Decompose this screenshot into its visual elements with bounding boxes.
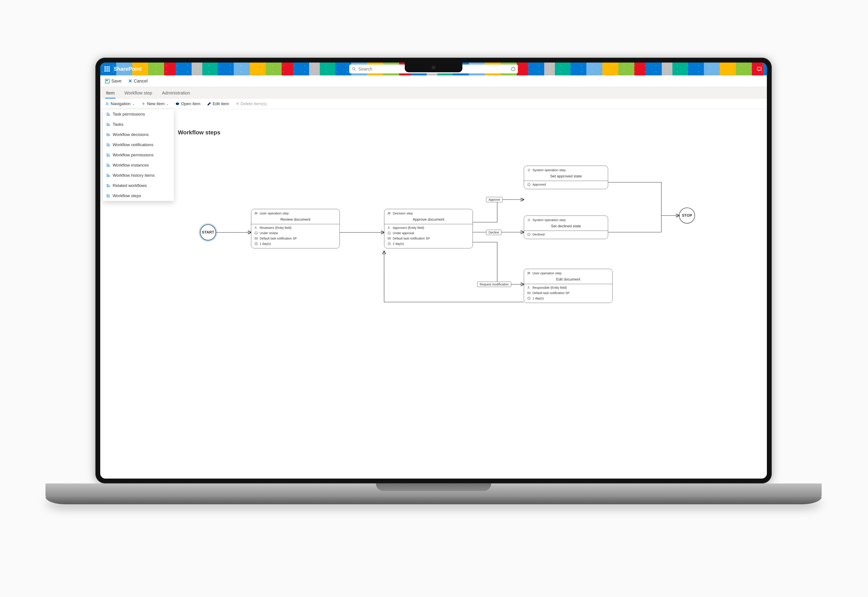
info-icon [527,233,531,236]
navigation-icon [105,102,109,106]
app-launcher-icon[interactable] [104,65,110,72]
node-duration: 1 day(s) [260,242,271,245]
save-button[interactable]: Save [105,79,122,84]
node-state: Declined [533,233,545,236]
nav-item-related-workflows[interactable]: Related workflows [103,181,174,191]
save-icon [105,79,110,83]
node-actor: Reviewers (Entity field) [260,226,291,230]
list-icon [107,144,110,146]
plus-icon [141,102,145,106]
stop-node[interactable]: STOP [679,208,695,224]
navigation-menu: Task permissions Tasks Workflow decision… [103,109,174,201]
nav-item-tasks[interactable]: Tasks [103,119,174,129]
workspace: Workflow steps [100,109,767,478]
nav-item-workflow-history-items[interactable]: Workflow history items [103,170,174,181]
workflow-connectors [100,109,767,478]
chevron-down-icon: ⌄ [166,102,169,105]
node-title: Set declined state [524,223,608,229]
svg-point-14 [257,212,257,213]
nav-item-label: Workflow decisions [113,132,148,137]
nav-item-workflow-notifications[interactable]: Workflow notifications [103,140,174,150]
nav-item-label: Workflow notifications [113,143,153,147]
edge-label-request-modification[interactable]: Request modification [477,282,511,287]
svg-point-0 [352,67,355,70]
node-actor: Responsible (Entity field) [533,286,567,290]
nav-item-label: Tasks [113,122,123,127]
start-node[interactable]: START [200,224,216,241]
form-action-bar: Save ✕ Cancel [100,76,767,87]
nav-item-task-permissions[interactable]: Task permissions [103,109,174,119]
nav-item-workflow-decisions[interactable]: Workflow decisions [103,129,174,140]
people-icon [387,226,391,230]
svg-point-23 [388,227,389,227]
tab-strip: Item Workflow step Administration [100,87,767,98]
search-icon [352,67,356,71]
svg-point-37 [528,272,529,273]
people-icon [254,226,258,230]
delete-items-label: Delete item(s) [240,101,267,106]
edge-label-decline[interactable]: Decline [486,230,502,235]
node-type-label: Decision step [393,211,413,215]
node-title: Review document [251,216,340,222]
cancel-button[interactable]: ✕ Cancel [128,79,148,84]
edit-item-button[interactable]: Edit item [207,101,229,106]
workflow-canvas[interactable]: START User operation step Review documen… [100,109,767,478]
pencil-icon [207,102,211,106]
stop-label: STOP [682,213,692,218]
tab-workflow-step-label: Workflow step [125,91,152,95]
nav-item-label: Related workflows [113,183,147,188]
svg-rect-2 [757,67,761,70]
node-set-declined-state[interactable]: System operation step Set declined state… [524,215,608,239]
node-duration: 2 day(s) [393,242,404,245]
nav-item-label: Workflow permissions [113,153,153,157]
people-icon [527,286,531,290]
laptop-base [95,483,772,504]
node-type-label: System operation step [533,168,565,172]
svg-point-22 [389,212,390,213]
open-item-button[interactable]: Open item [175,101,200,106]
svg-rect-40 [528,292,530,294]
node-notification: Default task notification SP [260,237,297,240]
list-icon [107,154,110,156]
node-type-label: System operation step [533,218,565,222]
navigation-label: Navigation [111,101,131,106]
node-set-approved-state[interactable]: System operation step Set approved state… [524,166,608,189]
tab-workflow-step[interactable]: Workflow step [123,88,153,98]
svg-point-8 [177,103,178,104]
node-title: Set approved state [524,173,608,179]
tab-administration[interactable]: Administration [161,88,191,98]
eye-icon [175,102,180,106]
tab-item[interactable]: Item [105,88,116,98]
microphone-icon[interactable] [511,67,515,71]
node-edit-document[interactable]: User operation step Edit document Respon… [524,269,613,303]
list-icon [107,184,110,187]
open-item-label: Open item [181,101,200,106]
node-duration: 1 day(s) [533,297,544,300]
info-icon [254,231,258,235]
list-icon [107,195,110,197]
chevron-down-icon: ⌄ [132,102,135,105]
svg-rect-27 [388,238,390,239]
nav-item-workflow-instances[interactable]: Workflow instances [103,160,174,170]
node-state: Approved [533,183,546,186]
info-icon [527,183,531,186]
svg-point-38 [529,272,530,273]
info-icon [387,231,391,235]
delete-items-button: ✕ Delete item(s) [236,101,267,106]
mail-icon [387,237,391,240]
edge-label-approve[interactable]: Approve [486,197,503,202]
tab-item-label: Item [106,91,115,95]
node-review-document[interactable]: User operation step Review document Revi… [251,209,340,248]
nav-item-workflow-steps[interactable]: Workflow steps [103,191,174,201]
node-state: Under review [260,231,278,235]
mail-icon [254,237,258,240]
nav-item-workflow-permissions[interactable]: Workflow permissions [103,150,174,160]
node-type-label: User operation step [533,271,561,275]
navigation-dropdown[interactable]: Navigation ⌄ [105,101,135,106]
close-icon: ✕ [236,101,239,106]
new-item-button[interactable]: New item ⌄ [141,101,169,106]
nav-item-label: Workflow history items [113,173,155,178]
feedback-button[interactable] [756,65,763,73]
user-step-icon [254,212,258,215]
node-approve-document[interactable]: Decision step Approve document Approvers… [384,209,473,248]
